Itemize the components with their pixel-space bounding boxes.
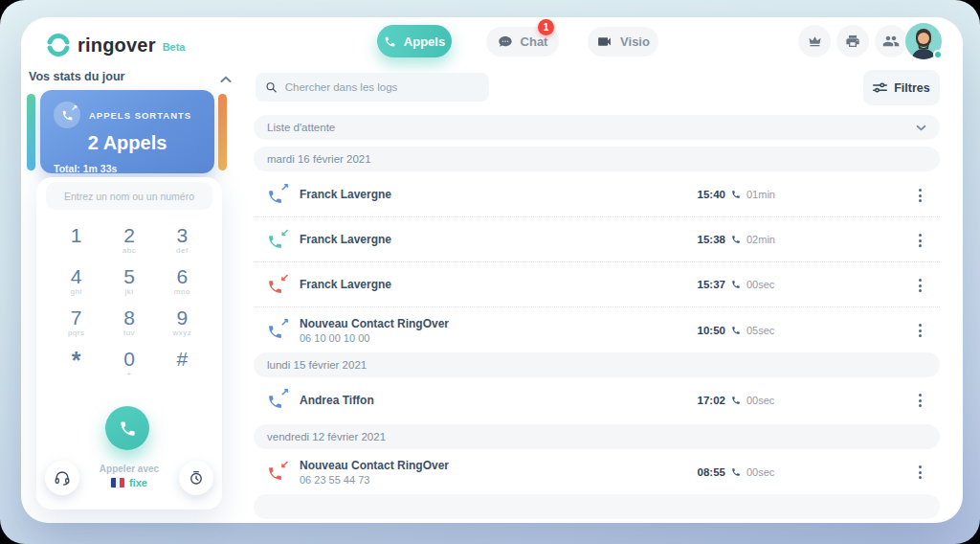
call-log-row[interactable]: ↙ Nouveau Contact RingOver06 23 55 44 73… (254, 449, 940, 494)
duration-phone-icon (731, 326, 741, 335)
call-log-row[interactable]: ↗ Nouveau Contact RingOver06 10 00 10 00… (254, 307, 940, 352)
duration-phone-icon (731, 235, 741, 244)
filters-label: Filtres (894, 81, 930, 95)
dialpad-key-4[interactable]: 4ghi (50, 266, 102, 299)
log-search (256, 73, 489, 102)
line-selector[interactable]: fixe (81, 477, 177, 488)
dialpad-key-5[interactable]: 5jkl (102, 266, 155, 299)
dialpad-key-8[interactable]: 8tuv (102, 307, 155, 340)
france-flag-icon (111, 478, 124, 487)
chat-unread-badge: 1 (538, 19, 554, 35)
line-type-label: fixe (129, 477, 147, 488)
dialpad-key-star[interactable]: * (50, 349, 102, 381)
waiting-list-bar[interactable]: Liste d'attente (254, 115, 940, 140)
duration-phone-icon (731, 396, 741, 405)
contact-name: Franck Lavergne (300, 278, 391, 291)
chevron-up-icon[interactable] (220, 70, 232, 87)
app-background: ringover Beta Appels Chat 1 Visio (0, 0, 980, 544)
dialpad-key-1[interactable]: 1 (50, 225, 102, 258)
waiting-list-label: Liste d'attente (267, 122, 335, 133)
contact-number: 06 23 55 44 73 (300, 474, 449, 486)
date-label: mardi 16 février 2021 (267, 153, 371, 165)
date-label: vendredi 12 février 2021 (267, 431, 386, 442)
appels-label: Appels (404, 34, 445, 49)
dialpad-key-hash[interactable]: # (156, 349, 209, 381)
dialpad-key-9[interactable]: 9wxyz (156, 307, 209, 340)
brand-name: ringover (78, 34, 156, 57)
next-date-header-partial (254, 494, 940, 519)
row-menu-button[interactable] (911, 186, 928, 205)
beta-tag: Beta (163, 41, 186, 53)
missed-call-icon: ↙ (267, 274, 288, 295)
duration-phone-icon (731, 467, 741, 477)
dialpad-key-0[interactable]: 0+ (102, 349, 155, 381)
call-time: 15:38 (693, 234, 725, 245)
call-time: 17:02 (693, 395, 725, 406)
outgoing-calls-stat-card[interactable]: ↗ APPELS SORTANTS 2 Appels Total: 1m 33s (40, 90, 214, 173)
contact-name: Nouveau Contact RingOver (300, 317, 449, 330)
outgoing-call-icon: ↗ (267, 184, 288, 205)
call-time: 10:50 (693, 325, 725, 336)
ringover-logo-icon (46, 33, 71, 57)
contact-name: Nouveau Contact RingOver (300, 459, 449, 472)
date-header: mardi 16 février 2021 (254, 147, 940, 171)
date-label: lundi 15 février 2021 (267, 359, 367, 371)
visio-tab[interactable]: Visio (588, 27, 658, 57)
contact-name: Franck Lavergne (300, 233, 391, 246)
duration-phone-icon (731, 190, 741, 199)
chevron-down-icon[interactable] (916, 125, 926, 131)
dialpad-key-2[interactable]: 2abc (102, 225, 155, 258)
people-icon (882, 33, 900, 50)
outgoing-call-icon: ↗ (267, 319, 288, 340)
incoming-call-icon: ↙ (267, 229, 288, 250)
call-log-row[interactable]: ↙ Franck Lavergne 15:38 02min (254, 217, 940, 262)
dialpad-key-6[interactable]: 6mno (156, 266, 209, 299)
headset-icon (54, 469, 71, 487)
stats-carousel-prev-card[interactable] (27, 94, 35, 170)
video-camera-icon (596, 34, 612, 50)
appels-tab[interactable]: Appels (377, 25, 452, 57)
filter-sliders-icon (873, 81, 887, 94)
user-avatar[interactable] (905, 23, 942, 59)
row-menu-button[interactable] (911, 231, 928, 250)
premium-button[interactable] (798, 25, 831, 57)
call-duration: 00sec (746, 466, 787, 478)
call-log-row[interactable]: ↗ Franck Lavergne 15:40 01min (254, 172, 940, 217)
row-menu-button[interactable] (911, 321, 928, 340)
chat-label: Chat (521, 34, 548, 49)
audio-settings-button[interactable] (45, 461, 79, 495)
stats-carousel-next-card[interactable] (218, 94, 227, 170)
dialpad-key-3[interactable]: 3def (156, 225, 209, 258)
call-time: 15:40 (693, 189, 725, 200)
stat-card-count: 2 Appels (40, 132, 214, 154)
row-menu-button[interactable] (911, 463, 928, 482)
chat-bubble-icon (498, 34, 513, 50)
dialer-input[interactable] (46, 182, 212, 210)
printer-icon (845, 34, 860, 49)
stats-section-title: Vos stats du jour (29, 70, 124, 83)
outgoing-call-icon: ↗ (54, 102, 80, 128)
outgoing-call-icon: ↗ (267, 389, 288, 410)
log-search-input[interactable] (285, 81, 479, 93)
print-button[interactable] (836, 25, 869, 57)
stat-card-total: Total: 1m 33s (54, 163, 214, 174)
phone-icon (119, 419, 137, 438)
call-with-label: Appeler avec (81, 464, 177, 474)
filters-button[interactable]: Filtres (863, 70, 940, 105)
call-time: 08:55 (693, 466, 725, 478)
call-log-row[interactable]: ↗ Andrea Tiffon 17:02 00sec (254, 377, 940, 422)
call-log-row[interactable]: ↙ Franck Lavergne 15:37 00sec (254, 262, 940, 307)
date-header: vendredi 12 février 2021 (254, 424, 940, 449)
row-menu-button[interactable] (911, 391, 928, 410)
stat-card-label: APPELS SORTANTS (89, 110, 191, 121)
call-time: 15:37 (693, 279, 725, 290)
contacts-button[interactable] (875, 25, 907, 57)
online-status-dot (933, 50, 943, 59)
row-menu-button[interactable] (911, 276, 928, 295)
missed-call-icon: ↙ (267, 461, 288, 482)
call-duration: 01min (746, 189, 787, 200)
call-button[interactable] (105, 406, 149, 450)
scheduled-call-button[interactable] (179, 461, 213, 495)
ringover-logo: ringover Beta (46, 33, 185, 57)
dialpad-key-7[interactable]: 7pqrs (50, 307, 102, 340)
